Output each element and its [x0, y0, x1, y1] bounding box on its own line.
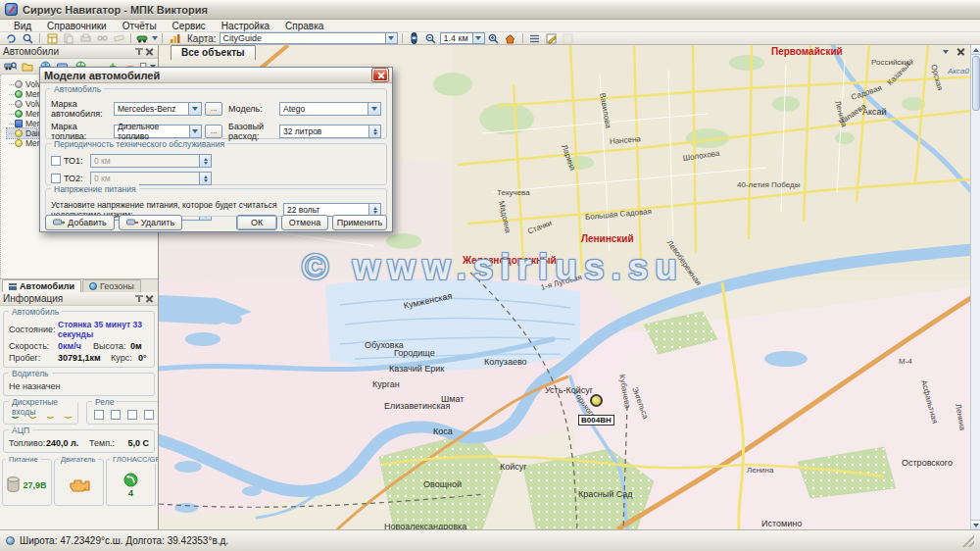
to2-field[interactable]: 0 км: [90, 172, 212, 185]
edit-map-icon[interactable]: [544, 32, 560, 44]
to1-field[interactable]: 0 км: [90, 154, 212, 168]
chart-icon[interactable]: [167, 32, 182, 44]
tab-vehicles[interactable]: Автомобили: [2, 279, 81, 292]
brand-value: Mercedes-Benz: [118, 104, 176, 114]
tab-close-icon[interactable]: [956, 46, 966, 57]
title-bar[interactable]: Сириус Навигатор - МПК Виктория: [0, 0, 980, 20]
brand-browse-button[interactable]: ...: [205, 102, 222, 116]
vehicle-search-icon[interactable]: [2, 61, 18, 73]
ruler-icon[interactable]: [111, 32, 126, 44]
relay-group: Реле: [86, 401, 158, 425]
scroll-down-icon[interactable]: [971, 520, 980, 529]
relay-checkbox[interactable]: [111, 410, 121, 420]
menu-item[interactable]: Настройка: [214, 21, 277, 31]
add-button[interactable]: Добавить: [45, 215, 115, 230]
coordinates-text: Широта: 47.23429°с.ш. Долгота: 39.42353°…: [20, 535, 228, 546]
relay-checkbox[interactable]: [127, 410, 137, 420]
vehicles-dock-header: Автомобили: [0, 45, 158, 59]
menu-item[interactable]: Справочники: [39, 21, 115, 31]
ok-button-label: ОК: [251, 218, 263, 227]
map-label: Новоалександровка: [384, 523, 466, 529]
toolbar-separator: [402, 33, 403, 43]
tab-all-objects[interactable]: Все объекты: [171, 45, 256, 60]
map-label: Овощной: [423, 480, 462, 489]
group-title: Автомобиль: [51, 84, 104, 94]
relay-checkbox[interactable]: [94, 410, 104, 420]
map-vertical-scrollbar[interactable]: [970, 45, 980, 529]
cancel-button[interactable]: Отмена: [281, 215, 328, 230]
link-icon[interactable]: [94, 32, 110, 44]
menu-item[interactable]: Вид: [6, 21, 39, 31]
map-label: Курган: [372, 380, 400, 389]
vehicle-status-icon: [15, 120, 23, 127]
menu-item[interactable]: Сервис: [165, 21, 214, 31]
copy-icon[interactable]: [61, 32, 76, 44]
close-icon[interactable]: [144, 46, 155, 57]
close-icon[interactable]: [144, 293, 155, 304]
map-select-value: CityGuide: [223, 33, 263, 43]
toolbar-separator: [162, 33, 163, 43]
map-select[interactable]: CityGuide: [220, 32, 398, 44]
spinner-arrows-icon[interactable]: [368, 125, 380, 137]
toolbar-separator: [130, 33, 131, 43]
fuel-type-select[interactable]: Дизельное топливо: [114, 125, 202, 138]
dialog-title-bar[interactable]: Модели автомобилей: [40, 68, 392, 83]
vehicle-info-group: Автомобиль Состояние: Стоянка 35 минут 3…: [3, 311, 155, 368]
relay-checkbox[interactable]: [144, 410, 154, 420]
delete-button[interactable]: Удалить: [119, 215, 182, 230]
folder-icon[interactable]: [20, 61, 35, 73]
menu-item[interactable]: Отчёты: [115, 21, 165, 31]
pin-icon[interactable]: [133, 46, 144, 57]
vehicle-filter-icon[interactable]: [135, 32, 151, 44]
to1-cell: ТО1: 0 км: [51, 154, 212, 168]
apply-button[interactable]: Применить: [332, 215, 387, 230]
chevron-down-icon[interactable]: [189, 125, 201, 137]
scale-select[interactable]: 1.4 км: [440, 32, 485, 44]
temp-label: Темп.:: [89, 438, 121, 448]
chevron-down-icon[interactable]: [385, 33, 397, 43]
course-label: Курс:: [111, 353, 138, 363]
globe-icon: [89, 282, 97, 290]
model-label: Модель:: [228, 104, 279, 114]
print-icon[interactable]: [77, 32, 93, 44]
dialog-vehicle-group: Автомобиль Марка автомобиля: Mercedes-Be…: [45, 88, 387, 139]
pin-icon[interactable]: [133, 293, 144, 304]
consumption-spinner[interactable]: 32 литров: [279, 125, 381, 138]
chevron-down-icon[interactable]: [188, 103, 201, 115]
report-icon[interactable]: [44, 32, 60, 44]
center-map-icon[interactable]: [503, 32, 518, 44]
power-value: 27,9В: [23, 480, 46, 490]
refresh-icon[interactable]: [3, 32, 19, 44]
vehicle-marker[interactable]: В004ВН: [590, 394, 603, 407]
menu-item[interactable]: Справка: [277, 21, 331, 31]
tab-list-dropdown-icon[interactable]: [943, 50, 949, 54]
driver-group: Водитель Не назначен: [3, 373, 155, 396]
map-label: Красный Сад: [578, 490, 633, 499]
placeholder-icon: [561, 32, 576, 44]
tracker-icon[interactable]: [407, 32, 422, 44]
zoom-out-icon[interactable]: [423, 32, 439, 44]
scrollbar-thumb[interactable]: [972, 56, 980, 111]
zoom-window-icon[interactable]: [20, 32, 35, 44]
vehicles-dock-title: Автомобили: [3, 46, 59, 57]
resize-grip[interactable]: [962, 535, 974, 547]
vehicle-filter-dropdown-icon[interactable]: [152, 36, 158, 40]
ok-button[interactable]: ОК: [236, 215, 277, 230]
chevron-down-icon[interactable]: [368, 103, 380, 115]
temp-value: 5,0 С: [127, 438, 149, 448]
fuel-browse-button[interactable]: ...: [205, 125, 222, 138]
vehicle-status-icon: [15, 129, 23, 137]
tab-geozones[interactable]: Геозоны: [82, 279, 141, 292]
dialog-close-icon[interactable]: [372, 69, 388, 81]
legend-icon[interactable]: [527, 32, 543, 44]
map-label: Островского: [902, 459, 953, 468]
model-select[interactable]: Atego: [279, 102, 381, 116]
brand-select[interactable]: Mercedes-Benz: [114, 102, 202, 116]
scroll-up-icon[interactable]: [971, 45, 980, 55]
battery-icon: [7, 476, 20, 493]
chevron-down-icon[interactable]: [472, 33, 484, 43]
to1-checkbox[interactable]: [51, 156, 61, 166]
power-group: Питание 27,9В: [2, 459, 52, 506]
to2-checkbox[interactable]: [51, 174, 61, 183]
zoom-in-icon[interactable]: [486, 32, 502, 44]
